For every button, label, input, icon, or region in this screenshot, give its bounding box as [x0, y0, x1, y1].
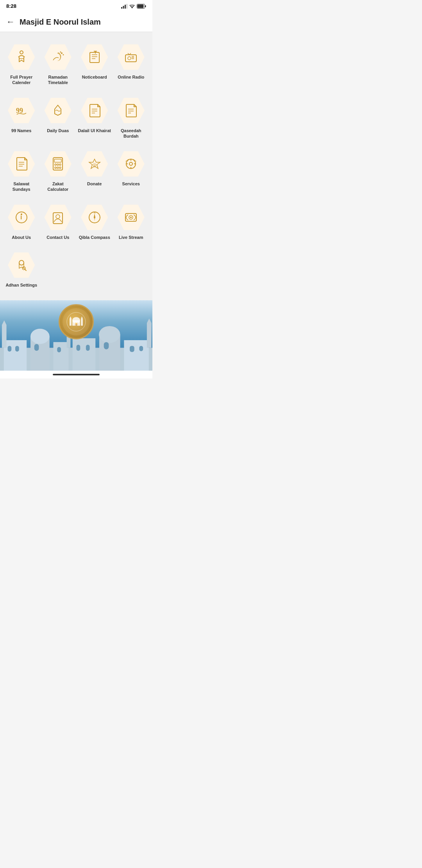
adhan-settings-icon — [14, 257, 29, 273]
svg-rect-65 — [2, 325, 7, 348]
noticeboard-label: Noticeboard — [82, 74, 107, 80]
svg-marker-66 — [2, 321, 7, 325]
menu-item-noticeboard[interactable]: Noticeboard — [76, 38, 113, 92]
app-header: ← Masjid E Noorul Islam — [0, 12, 152, 32]
page-title: Masjid E Noorul Islam — [20, 18, 101, 27]
zakat-calculator-label: Zakat Calculator — [41, 181, 75, 192]
menu-item-zakat-calculator[interactable]: Zakat Calculator — [40, 145, 77, 199]
qaseedah-burdah-icon — [123, 103, 139, 118]
svg-rect-89 — [70, 319, 72, 326]
svg-rect-70 — [8, 346, 12, 352]
svg-rect-2 — [125, 5, 126, 9]
qibla-compass-icon-wrapper: N — [80, 203, 109, 231]
services-icon — [123, 156, 139, 172]
salawat-sundays-icon-wrapper — [7, 150, 36, 178]
about-us-label: About Us — [12, 235, 31, 240]
svg-point-16 — [128, 57, 131, 60]
svg-text:🕌: 🕌 — [75, 322, 78, 326]
menu-item-daily-duas[interactable]: Daily Duas — [40, 92, 77, 145]
menu-item-donate[interactable]: Donate — [76, 145, 113, 199]
99-names-icon: 99 — [14, 103, 29, 118]
contact-us-icon-wrapper — [44, 203, 72, 231]
about-us-icon: i — [14, 210, 29, 225]
svg-text:N: N — [94, 212, 95, 214]
donate-label: Donate — [87, 181, 102, 187]
svg-rect-7 — [145, 5, 146, 7]
svg-point-46 — [21, 213, 22, 215]
menu-item-online-radio[interactable]: Online Radio — [113, 38, 150, 92]
online-radio-icon — [123, 49, 139, 65]
home-bar — [53, 374, 100, 375]
svg-point-9 — [61, 52, 63, 54]
svg-rect-47 — [53, 213, 63, 224]
svg-rect-75 — [72, 339, 95, 371]
svg-rect-73 — [57, 347, 61, 353]
contact-us-label: Contact Us — [46, 235, 69, 240]
menu-item-adhan-settings[interactable]: Adhan Settings — [3, 246, 40, 294]
svg-rect-82 — [86, 345, 89, 351]
svg-rect-6 — [138, 4, 144, 8]
menu-grid: Full Prayer Calender Ramadan Timetable N… — [0, 32, 152, 300]
salawat-sundays-label: Salawat Sundays — [5, 181, 38, 192]
mosque-logo: 🕌 — [59, 304, 94, 339]
svg-line-59 — [25, 269, 26, 271]
svg-rect-84 — [130, 346, 134, 352]
svg-rect-83 — [104, 342, 109, 350]
svg-point-10 — [63, 54, 64, 56]
svg-rect-60 — [23, 267, 25, 269]
services-icon-wrapper — [117, 150, 145, 178]
svg-rect-91 — [81, 319, 83, 326]
donate-icon-wrapper — [80, 150, 109, 178]
daily-duas-label: Daily Duas — [47, 128, 69, 133]
back-button[interactable]: ← — [6, 17, 15, 27]
svg-point-4 — [132, 7, 132, 8]
full-prayer-calender-icon-wrapper — [7, 43, 36, 71]
menu-item-services[interactable]: Services — [113, 145, 150, 199]
menu-item-99-names[interactable]: 99 99 Names — [3, 92, 40, 145]
daily-duas-icon — [50, 103, 66, 118]
svg-rect-77 — [124, 340, 148, 371]
menu-item-ramadan-timetable[interactable]: Ramadan Timetable — [40, 38, 77, 92]
menu-item-about-us[interactable]: i About Us — [3, 199, 40, 246]
svg-point-48 — [56, 215, 60, 219]
svg-rect-85 — [139, 346, 143, 352]
live-stream-label: Live Stream — [119, 235, 143, 240]
svg-point-57 — [19, 260, 24, 265]
svg-point-33 — [57, 164, 59, 165]
svg-rect-81 — [76, 345, 80, 351]
live-stream-icon — [123, 210, 139, 225]
noticeboard-icon-wrapper — [80, 43, 109, 71]
qaseedah-burdah-label: Qaseedah Burdah — [114, 128, 148, 139]
qibla-compass-icon: N — [87, 210, 102, 225]
ramadan-timetable-icon-wrapper — [44, 43, 72, 71]
dalail-ul-khairat-label: Dalail Ul Khairat — [78, 128, 111, 133]
99-names-icon-wrapper: 99 — [7, 97, 36, 125]
adhan-settings-icon-wrapper — [7, 251, 36, 279]
menu-item-full-prayer-calender[interactable]: Full Prayer Calender — [3, 38, 40, 92]
menu-item-dalail-ul-khairat[interactable]: Dalail Ul Khairat — [76, 92, 113, 145]
svg-marker-90 — [70, 316, 72, 319]
qibla-compass-label: Qibla Compass — [79, 235, 110, 240]
about-us-icon-wrapper: i — [7, 203, 36, 231]
svg-rect-71 — [15, 346, 19, 352]
svg-rect-0 — [121, 7, 122, 9]
svg-point-37 — [59, 167, 61, 169]
menu-item-live-stream[interactable]: Live Stream — [113, 199, 150, 246]
footer-banner: 🕌 — [0, 300, 152, 371]
svg-rect-31 — [54, 159, 61, 162]
donate-icon — [87, 156, 102, 172]
menu-item-salawat-sundays[interactable]: Salawat Sundays — [3, 145, 40, 199]
adhan-settings-label: Adhan Settings — [5, 282, 37, 288]
menu-item-contact-us[interactable]: Contact Us — [40, 199, 77, 246]
menu-item-qibla-compass[interactable]: N Qibla Compass — [76, 199, 113, 246]
online-radio-icon-wrapper — [117, 43, 145, 71]
contact-us-icon — [50, 210, 66, 225]
svg-marker-92 — [81, 316, 83, 319]
svg-point-8 — [20, 51, 23, 54]
svg-point-36 — [57, 167, 59, 169]
zakat-calculator-icon — [50, 156, 66, 172]
full-prayer-calender-label: Full Prayer Calender — [5, 74, 38, 86]
dalail-ul-khairat-icon-wrapper — [80, 97, 109, 125]
daily-duas-icon-wrapper — [44, 97, 72, 125]
menu-item-qaseedah-burdah[interactable]: Qaseedah Burdah — [113, 92, 150, 145]
